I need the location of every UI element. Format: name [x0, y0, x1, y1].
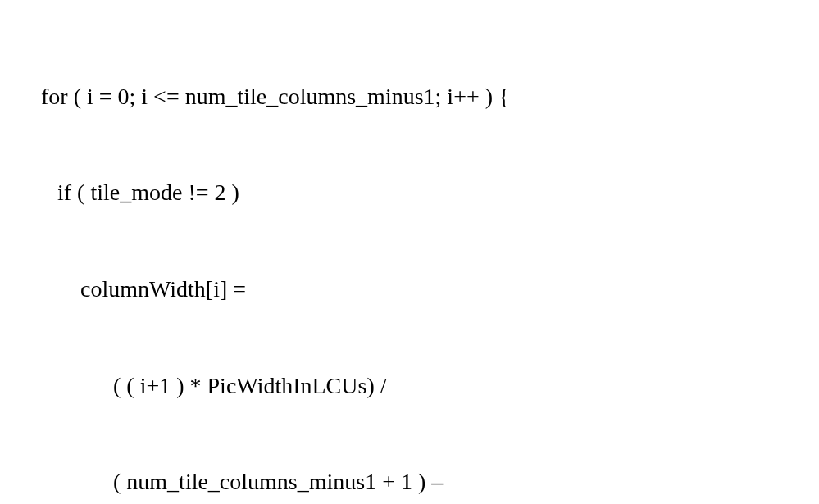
code-line-3: columnWidth[i] =	[41, 266, 794, 314]
code-line-4: ( ( i+1 ) * PicWidthInLCUs) /	[41, 362, 794, 411]
code-line-5: ( num_tile_columns_minus1 + 1 ) –	[41, 458, 794, 504]
code-line-1: for ( i = 0; i <= num_tile_columns_minus…	[41, 73, 794, 121]
pseudocode-block: for ( i = 0; i <= num_tile_columns_minus…	[0, 0, 819, 504]
code-line-2: if ( tile_mode != 2 )	[41, 169, 794, 217]
